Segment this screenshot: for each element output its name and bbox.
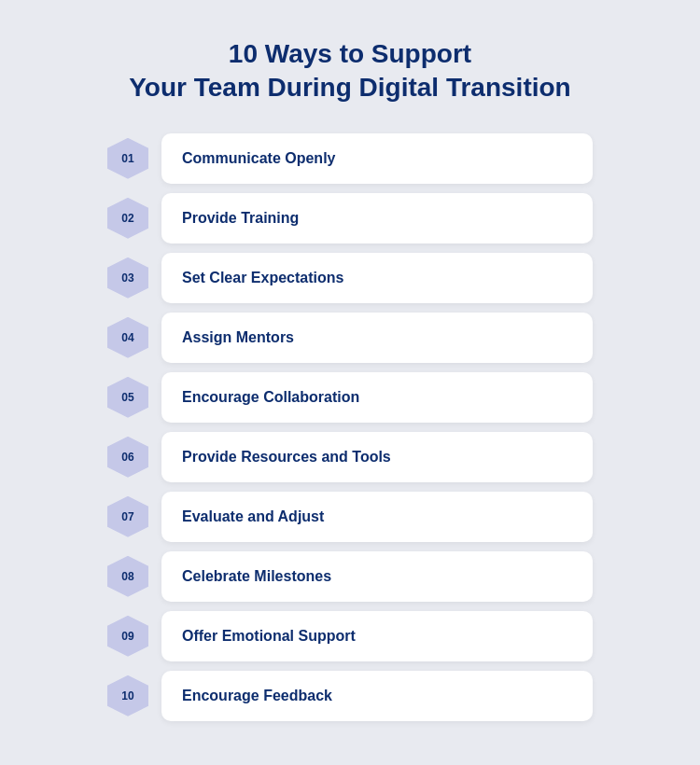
item-badge: 01 [107,138,148,179]
list-item: 06Provide Resources and Tools [107,432,593,482]
page-title: 10 Ways to Support Your Team During Digi… [129,37,570,105]
item-badge: 04 [107,317,148,358]
item-label: Encourage Feedback [182,688,332,703]
item-card: Communicate Openly [161,133,593,184]
item-card: Encourage Feedback [161,671,593,721]
item-badge: 10 [107,675,148,716]
item-card: Evaluate and Adjust [161,492,593,542]
items-list: 01Communicate Openly02Provide Training03… [107,133,593,721]
list-item: 09Offer Emotional Support [107,611,593,661]
item-label: Celebrate Milestones [182,568,331,584]
item-label: Assign Mentors [182,329,294,345]
item-badge: 07 [107,496,148,537]
page-title-container: 10 Ways to Support Your Team During Digi… [129,37,570,105]
item-badge: 06 [107,437,148,478]
item-badge: 02 [107,198,148,239]
list-item: 02Provide Training [107,193,593,243]
item-label: Offer Emotional Support [182,628,356,644]
list-item: 08Celebrate Milestones [107,551,593,602]
item-card: Celebrate Milestones [161,551,593,602]
item-label: Provide Training [182,210,299,226]
item-card: Encourage Collaboration [161,372,593,423]
item-card: Set Clear Expectations [161,253,593,303]
list-item: 10Encourage Feedback [107,671,593,721]
list-item: 05Encourage Collaboration [107,372,593,423]
list-item: 04Assign Mentors [107,313,593,363]
list-item: 03Set Clear Expectations [107,253,593,303]
item-label: Evaluate and Adjust [182,508,324,524]
item-label: Provide Resources and Tools [182,449,391,465]
item-card: Offer Emotional Support [161,611,593,661]
item-badge: 05 [107,377,148,418]
item-card: Assign Mentors [161,313,593,363]
item-badge: 09 [107,616,148,657]
item-label: Set Clear Expectations [182,270,343,285]
list-item: 07Evaluate and Adjust [107,492,593,542]
item-badge: 03 [107,257,148,299]
item-label: Encourage Collaboration [182,389,359,405]
item-card: Provide Training [161,193,593,243]
item-badge: 08 [107,556,148,597]
item-label: Communicate Openly [182,150,335,166]
list-item: 01Communicate Openly [107,133,593,184]
item-card: Provide Resources and Tools [161,432,593,482]
